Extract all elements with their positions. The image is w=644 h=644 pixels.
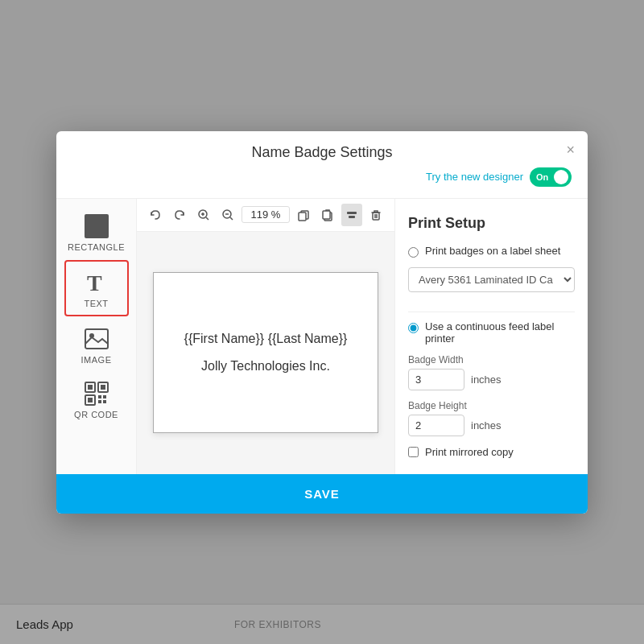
label-sheet-radio[interactable] — [408, 247, 419, 258]
badge-height-row: inches — [408, 415, 575, 436]
redo-button[interactable] — [169, 204, 190, 226]
svg-rect-4 — [88, 385, 93, 390]
tools-sidebar: RECTANGLE T TEXT — [56, 199, 137, 474]
svg-rect-1 — [85, 329, 108, 349]
label-sheet-option-row: Print badges on a label sheet — [408, 245, 575, 258]
image-icon — [82, 324, 111, 353]
paste-button[interactable] — [317, 204, 338, 226]
badge-width-input[interactable] — [408, 369, 464, 390]
undo-button[interactable] — [145, 204, 166, 226]
label-sheet-label: Print badges on a label sheet — [425, 245, 560, 257]
image-label: IMAGE — [81, 355, 112, 365]
rectangle-icon — [82, 212, 111, 241]
zoom-display: 119 % — [242, 206, 290, 223]
badge-width-unit: inches — [471, 374, 502, 386]
tool-image[interactable]: IMAGE — [64, 318, 129, 371]
align-button[interactable] — [341, 204, 362, 226]
modal-header: × Name Badge Settings Try the new design… — [56, 131, 588, 199]
zoom-out-button[interactable] — [217, 204, 238, 226]
modal-body: RECTANGLE T TEXT — [56, 199, 588, 474]
save-button[interactable]: SAVE — [56, 474, 588, 514]
tool-rectangle[interactable]: RECTANGLE — [64, 205, 129, 258]
svg-rect-25 — [349, 216, 355, 218]
qrcode-icon — [82, 379, 111, 408]
designer-toggle-text: Try the new designer — [426, 171, 523, 183]
svg-rect-9 — [98, 395, 101, 398]
badge-name-line: {{First Name}} {{Last Name}} — [184, 332, 348, 346]
text-label: TEXT — [84, 299, 108, 308]
badge-width-label: Badge Width — [408, 354, 575, 365]
svg-rect-21 — [299, 213, 306, 221]
badge-width-row: inches — [408, 369, 575, 390]
designer-toggle-switch[interactable]: On — [530, 167, 572, 187]
copy-button[interactable] — [293, 204, 314, 226]
close-button[interactable]: × — [566, 142, 575, 157]
mirrored-copy-row: Print mirrored copy — [408, 446, 575, 458]
tool-qrcode[interactable]: QR CODE — [64, 373, 129, 426]
name-badge-settings-modal: × Name Badge Settings Try the new design… — [56, 131, 588, 514]
svg-line-16 — [206, 217, 208, 220]
right-panel: Print Setup Print badges on a label shee… — [394, 199, 588, 474]
svg-rect-24 — [347, 212, 357, 214]
svg-text:T: T — [87, 270, 102, 295]
svg-rect-26 — [373, 213, 379, 220]
modal-overlay: × Name Badge Settings Try the new design… — [0, 0, 644, 644]
rectangle-label: RECTANGLE — [68, 242, 125, 252]
svg-rect-11 — [98, 400, 101, 403]
continuous-feed-option-row: Use a continuous feed label printer — [408, 320, 575, 345]
text-icon: T — [82, 268, 111, 297]
svg-rect-23 — [323, 211, 330, 219]
toggle-on-label: On — [536, 172, 548, 182]
delete-button[interactable] — [365, 204, 386, 226]
badge-height-label: Badge Height — [408, 400, 575, 411]
canvas-area: 119 % — [137, 199, 394, 474]
save-label: SAVE — [304, 487, 340, 501]
svg-rect-12 — [103, 400, 106, 403]
mirrored-copy-checkbox[interactable] — [408, 447, 419, 457]
tool-text[interactable]: T TEXT — [64, 260, 129, 316]
designer-toggle-row: Try the new designer On — [72, 167, 572, 190]
divider — [408, 312, 575, 312]
svg-line-19 — [230, 217, 233, 220]
zoom-in-button[interactable] — [193, 204, 214, 226]
qrcode-label: QR CODE — [74, 410, 118, 419]
svg-rect-10 — [103, 395, 106, 398]
badge-company-line: Jolly Technologies Inc. — [201, 359, 330, 374]
continuous-feed-radio[interactable] — [408, 323, 419, 333]
mirrored-copy-label: Print mirrored copy — [425, 446, 514, 458]
continuous-feed-label: Use a continuous feed label printer — [425, 320, 575, 345]
svg-rect-6 — [101, 385, 105, 390]
panel-title: Print Setup — [408, 215, 575, 232]
badge-canvas: {{First Name}} {{Last Name}} Jolly Techn… — [153, 272, 378, 433]
badge-height-unit: inches — [471, 419, 502, 431]
badge-height-input[interactable] — [408, 415, 464, 436]
modal-title: Name Badge Settings — [72, 144, 572, 161]
svg-rect-8 — [88, 398, 93, 402]
toggle-knob — [554, 170, 568, 184]
label-sheet-dropdown[interactable]: Avery 5361 Laminated ID Ca Avery 5362 Cu… — [408, 267, 575, 292]
canvas-wrapper[interactable]: {{First Name}} {{Last Name}} Jolly Techn… — [137, 232, 394, 474]
canvas-toolbar: 119 % — [137, 199, 394, 232]
